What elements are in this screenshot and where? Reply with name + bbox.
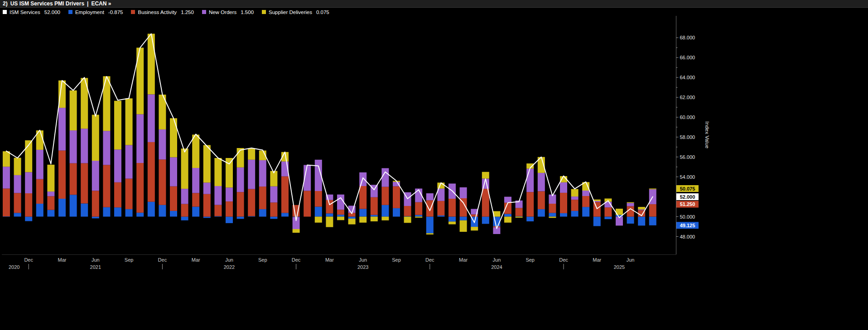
bar-segment-new-orders <box>259 160 266 187</box>
bar-segment-employment <box>315 207 322 217</box>
bar-segment-supplier-deliveries <box>58 81 66 108</box>
bar-segment-business-activity <box>304 191 311 217</box>
bar-segment-supplier-deliveries <box>381 217 389 220</box>
bar-segment-supplier-deliveries <box>237 148 244 167</box>
bar-segment-employment <box>36 204 43 217</box>
bar-segment-new-orders <box>504 197 511 203</box>
bar-segment-employment <box>337 215 344 216</box>
bar-segment-business-activity <box>14 193 21 213</box>
last-value-badge-text: 52.000 <box>680 194 695 200</box>
bar-segment-supplier-deliveries <box>70 91 77 130</box>
bar-segment-employment <box>638 217 645 226</box>
bar-segment-new-orders <box>47 191 54 196</box>
bar-segment-supplier-deliveries <box>516 217 523 218</box>
bar-segment-employment <box>259 209 266 217</box>
bar-segment-supplier-deliveries <box>203 145 211 183</box>
bar-segment-new-orders <box>538 173 545 191</box>
bar-segment-business-activity <box>415 202 422 215</box>
bar-segment-supplier-deliveries <box>415 217 422 218</box>
bar-segment-supplier-deliveries <box>649 189 656 190</box>
bar-segment-business-activity <box>81 163 88 204</box>
bar-segment-new-orders <box>92 161 99 191</box>
bar-segment-business-activity <box>214 205 222 216</box>
bar-segment-business-activity <box>326 200 333 214</box>
bar-segment-new-orders <box>81 129 88 163</box>
bar-segment-business-activity <box>516 208 523 216</box>
bar-segment-business-activity <box>226 201 233 217</box>
bar-segment-business-activity <box>103 165 110 207</box>
bar-segment-business-activity <box>315 191 322 207</box>
bar-segment-employment <box>92 217 99 219</box>
bar-segment-supplier-deliveries <box>293 229 300 233</box>
bar-segment-new-orders <box>136 114 144 163</box>
bar-segment-business-activity <box>203 194 211 217</box>
bar-segment-new-orders <box>159 129 166 159</box>
bar-segment-business-activity <box>471 215 478 217</box>
bar-segment-new-orders <box>582 191 589 196</box>
bar-segment-business-activity <box>593 202 601 216</box>
bloomberg-chart-screen: 2) US ISM Services PMI Drivers | ECAN » … <box>0 0 868 330</box>
bar-segment-employment <box>270 217 277 219</box>
bar-segment-employment <box>604 217 612 220</box>
bar-segment-employment <box>549 213 556 216</box>
bar-segment-supplier-deliveries <box>371 217 378 221</box>
bar-segment-supplier-deliveries <box>482 172 489 179</box>
y-axis-label: 54.000 <box>680 174 695 180</box>
bar-segment-supplier-deliveries <box>571 189 579 197</box>
bar-segment-supplier-deliveries <box>192 134 199 168</box>
bar-segment-business-activity <box>371 197 378 215</box>
bar-segment-business-activity <box>404 206 411 216</box>
x-axis-year-label: 2020 <box>9 264 19 270</box>
x-axis-year-label: 2023 <box>357 264 368 270</box>
bar-segment-employment <box>281 213 289 216</box>
y-axis-label: 60.000 <box>680 115 695 120</box>
bar-segment-employment <box>460 217 467 220</box>
bar-segment-business-activity <box>136 163 144 213</box>
bar-segment-employment <box>381 205 389 217</box>
bar-segment-business-activity <box>426 200 434 216</box>
bar-segment-supplier-deliveries <box>549 217 556 218</box>
bar-segment-employment <box>148 202 155 217</box>
pmi-stacked-bar-chart[interactable]: 48.00050.00052.00054.00056.00058.00060.0… <box>0 0 868 330</box>
bar-segment-supplier-deliveries <box>14 158 21 175</box>
bar-segment-business-activity <box>92 191 99 217</box>
bar-segment-employment <box>293 217 300 217</box>
bar-segment-employment <box>560 213 567 217</box>
bar-segment-new-orders <box>226 187 233 201</box>
x-axis-month-label: Jun <box>359 257 367 263</box>
x-axis-month-label: Jun <box>493 257 501 263</box>
bar-segment-business-activity <box>170 187 177 211</box>
bar-segment-supplier-deliveries <box>348 219 356 225</box>
bar-segment-employment <box>14 213 21 216</box>
bar-segment-business-activity <box>125 179 133 210</box>
bar-segment-employment <box>326 213 333 216</box>
bar-segment-business-activity <box>36 179 43 204</box>
x-axis-year-label: 2025 <box>614 264 625 270</box>
bar-segment-business-activity <box>604 207 612 216</box>
bar-segment-employment <box>415 215 422 217</box>
bar-segment-business-activity <box>237 192 244 216</box>
bar-segment-employment <box>25 217 32 221</box>
bar-segment-business-activity <box>248 189 255 216</box>
y-axis-label: 58.000 <box>680 134 695 140</box>
x-axis-month-label: Mar <box>459 257 468 263</box>
bar-segment-new-orders <box>14 175 21 193</box>
x-axis-month-label: Dec <box>292 257 301 263</box>
bar-segment-new-orders <box>192 168 199 193</box>
bar-segment-supplier-deliveries <box>426 233 434 234</box>
x-axis-month-label: Mar <box>58 257 67 263</box>
bar-segment-employment <box>348 217 356 219</box>
bar-segment-business-activity <box>526 192 534 216</box>
x-axis-month-label: Jun <box>225 257 233 263</box>
bar-segment-business-activity <box>25 193 32 217</box>
bar-segment-business-activity <box>448 199 456 217</box>
bar-segment-supplier-deliveries <box>125 98 133 145</box>
bar-segment-new-orders <box>381 168 389 187</box>
bar-segment-new-orders <box>638 210 645 210</box>
bar-segment-new-orders <box>58 108 66 150</box>
bar-segment-employment <box>426 217 434 234</box>
bar-segment-supplier-deliveries <box>460 220 467 232</box>
x-axis-month-label: Mar <box>325 257 334 263</box>
bar-segment-new-orders <box>560 182 567 193</box>
bar-segment-business-activity <box>259 187 266 209</box>
